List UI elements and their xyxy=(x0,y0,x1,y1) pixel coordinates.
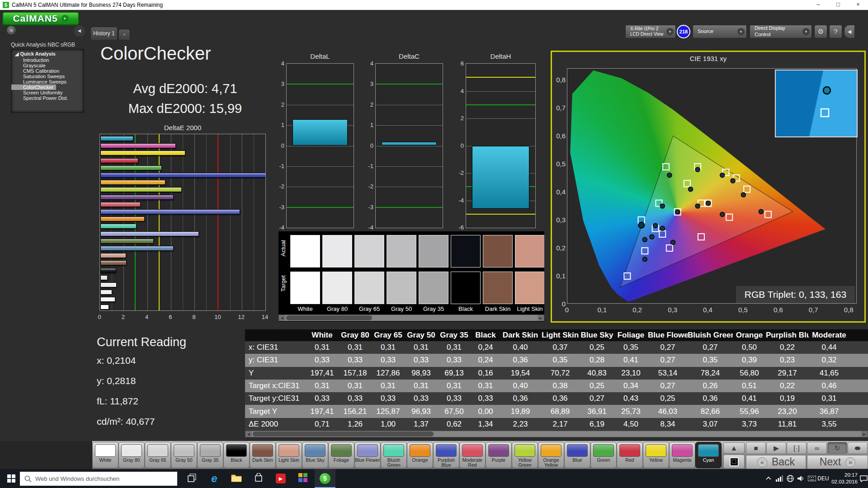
close-button[interactable]: × xyxy=(848,0,868,10)
interval-button[interactable]: [·] xyxy=(787,442,807,454)
workflow-radio-icon[interactable] xyxy=(6,25,16,35)
patch-button-gray-80[interactable]: Gray 80 xyxy=(118,442,145,468)
patch-button-blue-sky[interactable]: Blue Sky xyxy=(302,442,328,468)
patch-button-bluish-green[interactable]: Bluish Green xyxy=(381,442,407,468)
patch-button-green[interactable]: Green xyxy=(590,442,617,468)
table-cell: 36,87 xyxy=(809,407,849,416)
sidebar-collapse-button[interactable]: ◄ xyxy=(74,25,85,37)
tray-chevron-up-button[interactable] xyxy=(763,469,774,488)
patch-button-purple[interactable]: Purple xyxy=(486,442,512,468)
taskbar-icon-edge[interactable]: e xyxy=(204,469,225,488)
taskbar-icon-calman[interactable]: 5 xyxy=(315,469,335,488)
meter-dropdown[interactable]: X-Rite i1Pro 2LCD Direct View ▼ xyxy=(625,25,676,38)
continuous-button[interactable]: ∞ xyxy=(807,442,827,454)
patch-button-gray-35[interactable]: Gray 35 xyxy=(197,442,223,468)
source-dropdown[interactable]: Source ▼ xyxy=(693,25,747,38)
patch-button-blue-flower[interactable]: Blue Flower xyxy=(354,442,381,468)
patch-label: White xyxy=(93,458,118,463)
swatch-scrollbar[interactable]: ◄ ► xyxy=(278,314,544,321)
taskbar-icon-explorer[interactable] xyxy=(226,469,247,488)
patch-button-yellow[interactable]: Yellow xyxy=(643,442,669,468)
tray-globe-button[interactable] xyxy=(785,469,796,488)
table-cell: 0,31 xyxy=(471,381,500,390)
patch-button-dark-skin[interactable]: Dark Skin xyxy=(250,442,276,468)
patch-button-gray-50[interactable]: Gray 50 xyxy=(171,442,197,468)
sidebar-item-screen-uniformity[interactable]: Screen Uniformity xyxy=(11,90,84,95)
minimize-button[interactable]: – xyxy=(808,0,828,10)
patch-button-cyan[interactable]: Cyan xyxy=(695,442,722,468)
patch-scroll-up-button[interactable]: ▲ xyxy=(723,442,745,454)
patch-button-foliage[interactable]: Foliage xyxy=(328,442,354,468)
patch-button-white[interactable]: White xyxy=(92,442,118,468)
maximize-button[interactable]: □ xyxy=(828,0,848,10)
reference-line xyxy=(287,207,354,208)
sidebar-item-saturation-sweeps[interactable]: Saturation Sweeps xyxy=(11,74,84,79)
y-tick: 4 xyxy=(273,60,284,67)
table-scrollbar[interactable]: ◄ ► xyxy=(245,431,868,437)
pattern-window-button[interactable] xyxy=(723,455,745,469)
patch-button-black[interactable]: Black xyxy=(223,442,250,468)
patch-color-chip xyxy=(514,444,535,457)
tray-keyboard-button[interactable] xyxy=(807,469,817,488)
scroll-right-icon[interactable]: ► xyxy=(538,315,544,321)
tab-add-button[interactable]: + xyxy=(118,29,130,40)
calman-logo-menu[interactable]: CalMAN5 ▼ xyxy=(2,12,79,25)
measured-marker xyxy=(660,226,665,231)
scroll-left-icon[interactable]: ◄ xyxy=(245,431,252,437)
start-button[interactable] xyxy=(1,469,22,488)
x-tick: 0 xyxy=(565,306,569,314)
scrollbar-thumb[interactable] xyxy=(286,315,372,320)
sidebar-item-introduction[interactable]: Introduction xyxy=(11,57,84,63)
patch-button-orange[interactable]: Orange xyxy=(407,442,433,468)
language-indicator[interactable]: DEU xyxy=(816,469,830,488)
patch-button-blue[interactable]: Blue xyxy=(564,442,590,468)
back-button[interactable]: « Back xyxy=(746,455,806,469)
x-tick: 0,8 xyxy=(844,306,854,314)
taskbar-clock[interactable]: 20:1702.03.2016 xyxy=(830,469,859,488)
table-cell: 2,23 xyxy=(500,420,540,429)
help-button[interactable]: ? xyxy=(829,25,842,38)
refresh-button[interactable]: ↻ xyxy=(827,442,847,454)
patch-button-yellow-green[interactable]: Yellow Green xyxy=(512,442,538,468)
patch-button-gray-65[interactable]: Gray 65 xyxy=(145,442,171,468)
patch-button-light-skin[interactable]: Light Skin xyxy=(276,442,302,468)
table-cell: 0,50 xyxy=(733,343,766,352)
tray-volume-button[interactable] xyxy=(796,469,807,488)
max-de2000: Max dE2000: 15,99 xyxy=(100,101,270,116)
deltaH-bar xyxy=(472,146,529,209)
play-button[interactable]: ▶ xyxy=(766,442,786,454)
taskbar-icon-store[interactable] xyxy=(248,469,269,488)
table-cell: 0,31 xyxy=(405,343,438,352)
patch-button-moderate-red[interactable]: Moderate Red xyxy=(459,442,486,468)
table-cell: 0,62 xyxy=(438,420,471,429)
action-center-button[interactable] xyxy=(859,469,868,488)
panel-collapse-button[interactable]: ◄ xyxy=(844,25,855,38)
patch-button-purplish-blue[interactable]: Purplish Blue xyxy=(433,442,459,468)
scroll-left-icon[interactable]: ◄ xyxy=(279,315,285,321)
tray-network-button[interactable] xyxy=(774,469,785,488)
chevron-down-icon: ▼ xyxy=(802,28,810,35)
meter-reading-badge[interactable]: 218 xyxy=(677,25,690,38)
actual-swatch-light-skin xyxy=(515,235,544,267)
patch-button-magenta[interactable]: Magenta xyxy=(669,442,695,468)
sidebar-item-colorchecker[interactable]: ColorChecker xyxy=(11,84,56,90)
scrollbar-thumb[interactable] xyxy=(253,432,434,436)
sidebar-item-cms-calibration[interactable]: CMS Calibration xyxy=(11,68,84,74)
sidebar-item-spectral-power-dist-[interactable]: Spectral Power Dist. xyxy=(11,95,84,101)
tab-history-1[interactable]: History 1 xyxy=(90,27,118,40)
patch-button-orange-yellow[interactable]: Orange Yellow xyxy=(538,442,564,468)
sidebar-item-luminance-sweeps[interactable]: Luminance Sweeps xyxy=(11,79,84,84)
patch-button-red[interactable]: Red xyxy=(617,442,643,468)
scroll-right-icon[interactable]: ► xyxy=(861,431,868,437)
display-control-dropdown[interactable]: Direct Display Control ▼ xyxy=(750,25,812,38)
tree-root-quick-analysis[interactable]: ◢ Quick Analysis xyxy=(11,51,84,57)
taskbar-search-input[interactable]: Web und Windows durchsuchen xyxy=(20,472,177,486)
taskbar-icon-photos[interactable] xyxy=(292,469,313,488)
stop-button[interactable]: ■ xyxy=(746,442,766,454)
lamp-button[interactable]: ⬬ xyxy=(848,442,868,454)
taskbar-icon-media[interactable]: ▶ xyxy=(270,469,291,488)
sidebar-item-grayscale[interactable]: Grayscale xyxy=(11,63,84,68)
taskbar-icon-task-view[interactable] xyxy=(182,469,203,488)
settings-button[interactable]: ⚙ xyxy=(814,25,827,38)
next-button[interactable]: Next » xyxy=(807,455,868,469)
